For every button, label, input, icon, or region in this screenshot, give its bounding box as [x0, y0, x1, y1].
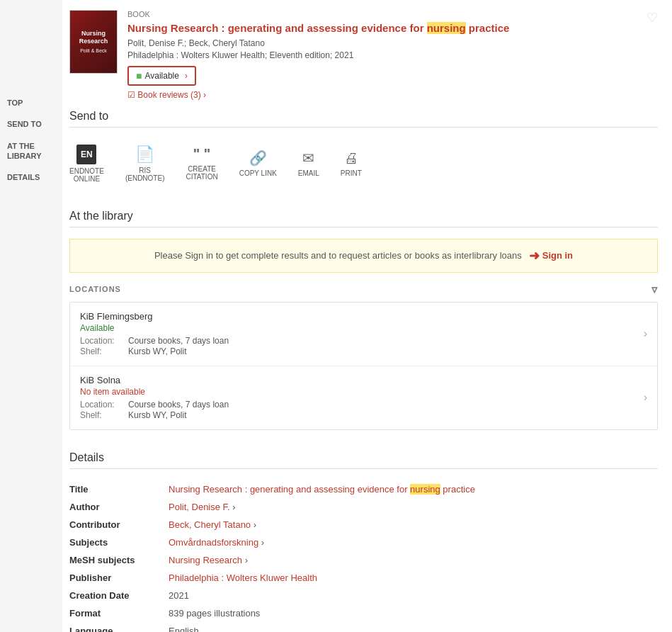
sign-in-message: Please Sign in to get complete results a… [154, 250, 522, 261]
location-solna[interactable]: KiB Solna No item available Location: Co… [70, 366, 657, 429]
details-value-subjects: Omvårdnadsforskning › [169, 534, 658, 551]
details-heading: Details [69, 451, 658, 469]
details-mesh-link[interactable]: Nursing Research [169, 555, 242, 565]
print-label: PRINT [341, 169, 362, 177]
main-content: Nursing Research Polit & Beck BOOK Nursi… [62, 0, 672, 632]
location-flemingsberg-shelf-value: Kursb WY, Polit [128, 346, 186, 356]
details-value-creation-date: 2021 [169, 587, 658, 604]
location-flemingsberg-shelf-row: Shelf: Kursb WY, Polit [80, 346, 638, 356]
sidebar-item-at-the-library[interactable]: AT THE LIBRARY [0, 135, 62, 167]
book-title-before: Nursing Research : generating and assess… [127, 22, 427, 34]
details-contributor-arrow: › [254, 519, 256, 530]
details-subjects-arrow: › [261, 537, 264, 548]
details-row-publisher: Publisher Philadelphia : Wolters Kluwer … [69, 569, 658, 587]
location-solna-location-row: Location: Course books, 7 days loan [80, 400, 638, 410]
print-icon: 🖨 [344, 150, 358, 167]
details-label-publisher: Publisher [69, 569, 169, 587]
details-label-creation-date: Creation Date [69, 587, 169, 604]
location-solna-shelf-row: Shelf: Kursb WY, Polit [80, 410, 638, 420]
details-row-contributor: Contributor Beck, Cheryl Tatano › [69, 516, 658, 534]
location-flemingsberg-status: Available [80, 323, 638, 333]
copy-link-button[interactable]: 🔗 COPY LINK [239, 149, 277, 177]
location-solna-location-label: Location: [80, 400, 123, 410]
details-label-title: Title [69, 480, 169, 498]
endnote-online-button[interactable]: EN ENDNOTEONLINE [69, 145, 104, 183]
library-heading: At the library [69, 210, 658, 227]
create-citation-button[interactable]: " " CREATECITATION [186, 146, 217, 181]
book-type: BOOK [127, 10, 637, 18]
details-value-author: Polit, Denise F. › [169, 498, 658, 516]
sidebar-item-top[interactable]: TOP [0, 92, 62, 113]
available-arrow-icon: › [185, 71, 188, 81]
book-header: Nursing Research Polit & Beck BOOK Nursi… [69, 10, 658, 100]
reviews-checkbox-icon: ☑ [127, 90, 137, 100]
location-solna-arrow-icon: › [644, 391, 647, 404]
location-flemingsberg[interactable]: KiB Flemingsberg Available Location: Cou… [70, 303, 657, 366]
send-to-section: Send to EN ENDNOTEONLINE 📄 RIS(ENDNOTE) … [69, 110, 658, 188]
locations-header: LOCATIONS ▿ [69, 283, 658, 296]
sign-in-arrow-icon: ➜ [529, 248, 540, 264]
locations-list: KiB Flemingsberg Available Location: Cou… [69, 302, 658, 430]
details-row-mesh: MeSH subjects Nursing Research › [69, 551, 658, 569]
details-publisher-link[interactable]: Philadelphia : Wolters Kluwer Health [169, 572, 317, 583]
email-label: EMAIL [298, 169, 319, 177]
details-row-author: Author Polit, Denise F. › [69, 498, 658, 516]
copy-link-icon: 🔗 [249, 149, 267, 167]
favorite-heart-icon[interactable]: ♡ [647, 10, 658, 26]
details-contributor-link[interactable]: Beck, Cheryl Tatano [169, 519, 251, 530]
details-value-format: 839 pages illustrations [169, 604, 658, 622]
location-solna-content: KiB Solna No item available Location: Co… [80, 375, 638, 421]
details-label-language: Language [69, 622, 169, 633]
details-value-contributor: Beck, Cheryl Tatano › [169, 516, 658, 534]
details-title-link[interactable]: Nursing Research : generating and assess… [169, 484, 475, 495]
book-authors: Polit, Denise F.; Beck, Cheryl Tatano [127, 38, 637, 48]
details-value-language: English [169, 622, 658, 633]
ris-icon: 📄 [135, 145, 154, 164]
sign-in-button[interactable]: ➜ Sign in [529, 248, 573, 264]
details-label-author: Author [69, 498, 169, 516]
available-button[interactable]: ■ Available › [127, 66, 196, 86]
send-to-icons-row: EN ENDNOTEONLINE 📄 RIS(ENDNOTE) " " CREA… [69, 139, 658, 188]
location-label: Location: [80, 336, 123, 346]
locations-label: LOCATIONS [69, 285, 121, 293]
details-mesh-arrow: › [245, 555, 248, 565]
details-row-format: Format 839 pages illustrations [69, 604, 658, 622]
location-flemingsberg-location-row: Location: Course books, 7 days loan [80, 336, 638, 346]
sidebar-item-send-to[interactable]: SEND TO [0, 113, 62, 135]
shelf-label: Shelf: [80, 346, 123, 356]
create-citation-label: CREATECITATION [186, 165, 217, 181]
details-author-link[interactable]: Polit, Denise F. [169, 502, 230, 512]
book-title: Nursing Research : generating and assess… [127, 21, 637, 35]
location-flemingsberg-content: KiB Flemingsberg Available Location: Cou… [80, 311, 638, 357]
available-label: Available [144, 71, 178, 81]
library-section: At the library Please Sign in to get com… [69, 210, 658, 430]
endnote-online-icon: EN [76, 145, 96, 164]
book-publication: Philadelphia : Wolters Kluwer Health; El… [127, 50, 637, 60]
title-highlight: nursing [410, 484, 440, 495]
location-solna-shelf-value: Kursb WY, Polit [128, 410, 186, 420]
print-button[interactable]: 🖨 PRINT [341, 150, 362, 177]
sign-in-banner: Please Sign in to get complete results a… [69, 239, 658, 273]
ris-label: RIS(ENDNOTE) [125, 167, 165, 182]
location-flemingsberg-arrow-icon: › [644, 327, 647, 340]
book-cover: Nursing Research Polit & Beck [69, 10, 118, 74]
book-reviews-link[interactable]: ☑ Book reviews (3) › [127, 90, 637, 100]
create-citation-icon: " " [193, 146, 211, 162]
details-row-language: Language English [69, 622, 658, 633]
email-button[interactable]: ✉ EMAIL [298, 149, 319, 177]
details-subjects-link[interactable]: Omvårdnadsforskning [169, 537, 258, 548]
location-solna-status: No item available [80, 387, 638, 397]
filter-icon[interactable]: ▿ [651, 283, 658, 296]
details-row-subjects: Subjects Omvårdnadsforskning › [69, 534, 658, 551]
details-label-mesh: MeSH subjects [69, 551, 169, 569]
sign-in-label: Sign in [542, 250, 573, 261]
sidebar: TOP SEND TO AT THE LIBRARY DETAILS [0, 0, 62, 632]
location-solna-name: KiB Solna [80, 375, 638, 385]
sidebar-item-details[interactable]: DETAILS [0, 167, 62, 188]
copy-link-label: COPY LINK [239, 169, 277, 177]
details-value-mesh: Nursing Research › [169, 551, 658, 569]
book-info: BOOK Nursing Research : generating and a… [127, 10, 637, 100]
location-solna-shelf-label: Shelf: [80, 410, 123, 420]
ris-button[interactable]: 📄 RIS(ENDNOTE) [125, 145, 165, 182]
book-title-after: practice [466, 22, 510, 34]
